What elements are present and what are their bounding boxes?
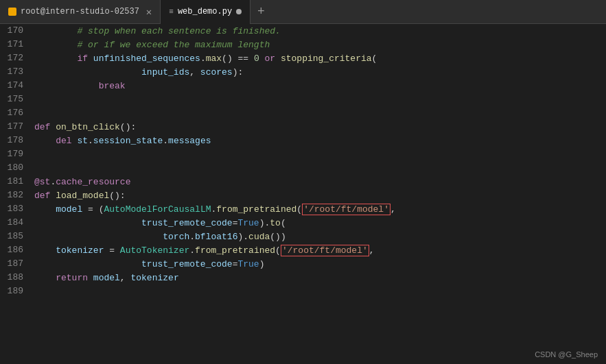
line-number: 182 — [3, 189, 23, 202]
token-var: bfloat16 — [195, 232, 237, 242]
token-var: tokenizer — [56, 245, 104, 256]
token-plain: . — [211, 204, 216, 215]
token-plain: ( — [281, 218, 286, 228]
token-plain: , — [369, 245, 375, 256]
token-kw: def — [34, 191, 50, 201]
code-line: return model, tokenizer — [34, 271, 606, 284]
token-plain: . — [189, 232, 195, 242]
code-line — [34, 93, 606, 106]
token-str_box: '/root/ft/model' — [281, 245, 369, 256]
token-kw2: True — [237, 218, 259, 228]
line-number: 174 — [3, 79, 23, 93]
code-line: @st.cache_resource — [34, 175, 606, 189]
token-plain: = — [104, 245, 119, 256]
tab-dirty-indicator — [236, 9, 242, 14]
token-var: torch — [163, 232, 189, 242]
token-plain — [259, 53, 265, 64]
line-number: 188 — [3, 271, 23, 284]
token-plain: ). — [259, 218, 270, 228]
token-plain: ( — [296, 204, 302, 215]
tab-bar: root@intern-studio-02537 ✕ ≡ web_demo.py… — [0, 0, 606, 24]
token-plain — [88, 53, 93, 64]
token-decorator: @st — [34, 177, 50, 187]
code-content[interactable]: # stop when each sentence is finished. #… — [29, 24, 606, 364]
token-plain: = ( — [82, 204, 104, 215]
line-number: 181 — [3, 175, 23, 189]
token-fn: on_btn_click — [56, 122, 120, 132]
token-plain: ()) — [270, 232, 285, 242]
token-var: messages — [168, 136, 211, 146]
token-plain: , — [391, 204, 396, 215]
line-number: 177 — [3, 120, 23, 134]
token-plain — [34, 136, 56, 146]
token-kw: or — [265, 53, 276, 64]
token-plain: , — [120, 273, 131, 283]
code-line: input_ids, scores): — [34, 65, 606, 79]
line-number: 184 — [3, 216, 23, 230]
code-line: break — [34, 79, 606, 93]
token-plain — [50, 191, 56, 201]
tab-terminal-close[interactable]: ✕ — [146, 6, 152, 18]
token-plain: . — [88, 136, 93, 146]
token-plain — [34, 53, 77, 64]
tab-file-label: web_demo.py — [178, 7, 232, 16]
token-plain — [34, 245, 56, 256]
line-number: 186 — [3, 243, 23, 257]
token-var: st — [77, 136, 88, 146]
tab-file[interactable]: ≡ web_demo.py — [161, 0, 250, 24]
token-fn: from_pretrained — [195, 245, 275, 256]
token-var: session_state — [93, 136, 163, 146]
token-fn: load_model — [56, 191, 109, 201]
tab-add-button[interactable]: + — [250, 5, 272, 19]
token-var: trust_remote_code — [141, 259, 233, 269]
watermark: CSDN @G_Sheep — [535, 350, 598, 359]
code-line — [34, 284, 606, 298]
line-number: 183 — [3, 202, 23, 216]
token-plain — [275, 53, 281, 64]
code-line: def load_model(): — [34, 189, 606, 202]
token-num: 0 — [254, 53, 259, 64]
token-plain: ( — [275, 245, 281, 256]
token-var: input_ids — [141, 67, 189, 77]
token-plain: (): — [120, 122, 136, 132]
token-plain — [88, 273, 93, 283]
token-decorator: cache_resource — [56, 177, 130, 187]
token-plain: = — [233, 259, 238, 269]
token-kw: def — [34, 122, 50, 132]
token-plain: . — [50, 177, 56, 187]
code-line: trust_remote_code=True).to( — [34, 216, 606, 230]
token-plain: , — [189, 67, 200, 77]
code-area: 1701711721731741751761771781791801811821… — [0, 24, 606, 364]
file-icon: ≡ — [169, 8, 174, 16]
line-number: 180 — [3, 161, 23, 175]
token-fn: max — [206, 53, 222, 64]
token-plain — [72, 136, 78, 146]
token-fn: to — [270, 218, 281, 228]
code-line — [34, 161, 606, 175]
tab-terminal[interactable]: root@intern-studio-02537 ✕ — [0, 0, 161, 24]
token-var: trust_remote_code — [141, 218, 233, 228]
token-var: scores — [200, 67, 233, 77]
token-plain: . — [163, 136, 168, 146]
token-var: model — [93, 273, 120, 283]
token-str_box: '/root/ft/model' — [302, 204, 391, 215]
code-line: # or if we exceed the maximum length — [34, 38, 606, 51]
token-var: unfinished_sequences — [93, 53, 200, 64]
line-number: 176 — [3, 106, 23, 120]
line-number: 189 — [3, 284, 23, 298]
token-kw: if — [77, 53, 88, 64]
token-plain: = — [233, 218, 238, 228]
line-number: 170 — [3, 24, 23, 38]
code-line: del st.session_state.messages — [34, 134, 606, 147]
line-numbers: 1701711721731741751761771781791801811821… — [0, 24, 29, 364]
token-plain: . — [200, 53, 206, 64]
token-plain: () == — [222, 53, 254, 64]
token-plain — [50, 122, 56, 132]
token-kw: break — [99, 81, 126, 91]
code-line: # stop when each sentence is finished. — [34, 24, 606, 38]
token-plain: ( — [372, 53, 377, 64]
token-comment: # or if we exceed the maximum length — [34, 40, 270, 50]
tab-terminal-label: root@intern-studio-02537 — [21, 7, 139, 16]
token-plain — [34, 67, 141, 77]
line-number: 172 — [3, 51, 23, 65]
